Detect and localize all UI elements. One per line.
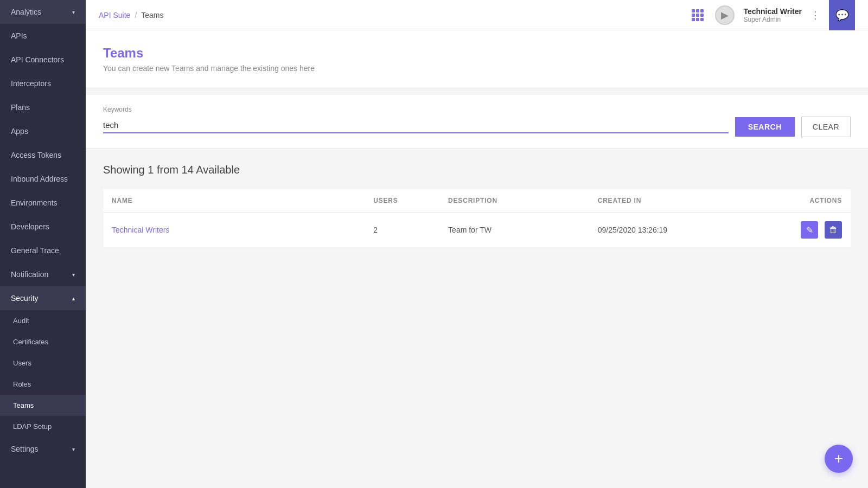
page-subtitle: You can create new Teams and manage the … — [103, 64, 851, 73]
edit-button[interactable]: ✎ — [801, 221, 818, 239]
sidebar-item-label: APIs — [11, 31, 27, 40]
team-users-cell: 2 — [365, 213, 439, 248]
sidebar-item-apps[interactable]: Apps — [0, 119, 86, 143]
sidebar-item-inbound-address[interactable]: Inbound Address — [0, 167, 86, 191]
col-name: NAME — [103, 189, 365, 213]
add-fab-button[interactable]: + — [825, 445, 853, 473]
subitem-label: Certificates — [13, 338, 48, 346]
sidebar-item-label: Settings — [11, 445, 39, 453]
table-row: Technical Writers 2 Team for TW 09/25/20… — [103, 213, 851, 248]
grid-apps-icon[interactable] — [689, 7, 706, 24]
sidebar-item-label: Notification — [11, 270, 48, 279]
team-description-cell: Team for TW — [439, 213, 589, 248]
sidebar-item-label: Plans — [11, 103, 30, 112]
col-created-in: CREATED IN — [589, 189, 776, 213]
page-header: Teams You can create new Teams and manag… — [86, 30, 868, 88]
search-label: Keywords — [103, 106, 851, 113]
team-actions-cell: ✎ 🗑 — [776, 213, 851, 248]
chevron-down-icon: ▾ — [72, 446, 75, 452]
search-section: Keywords SEARCH CLEAR — [86, 95, 868, 149]
sidebar-item-apis[interactable]: APIs — [0, 24, 86, 48]
teams-table: NAME USERS DESCRIPTION CREATED IN ACTION… — [103, 189, 851, 248]
topbar: API Suite / Teams ▶ Techni — [86, 0, 868, 30]
page-title: Teams — [103, 46, 851, 61]
sidebar-item-label: Environments — [11, 198, 58, 207]
team-created-cell: 09/25/2020 13:26:19 — [589, 213, 776, 248]
sidebar-item-label: Developers — [11, 222, 49, 231]
grid-dots — [692, 9, 704, 21]
sidebar-item-general-trace[interactable]: General Trace — [0, 239, 86, 262]
sidebar-subitem-roles[interactable]: Roles — [0, 374, 86, 395]
search-input-wrapper — [103, 120, 729, 133]
search-button[interactable]: SEARCH — [735, 117, 795, 137]
sidebar-item-interceptors[interactable]: Interceptors — [0, 72, 86, 95]
team-name-cell: Technical Writers — [103, 213, 365, 248]
chevron-down-icon: ▾ — [72, 272, 75, 278]
subitem-label: LDAP Setup — [13, 422, 52, 431]
team-name-link[interactable]: Technical Writers — [112, 226, 169, 234]
sidebar: Analytics ▾ APIs API Connectors Intercep… — [0, 0, 86, 488]
sidebar-item-settings[interactable]: Settings ▾ — [0, 437, 86, 461]
avatar[interactable]: ▶ — [715, 5, 735, 25]
sidebar-item-plans[interactable]: Plans — [0, 95, 86, 119]
teams-table-wrapper: NAME USERS DESCRIPTION CREATED IN ACTION… — [103, 189, 851, 248]
col-actions: ACTIONS — [776, 189, 851, 213]
sidebar-subitem-certificates[interactable]: Certificates — [0, 331, 86, 352]
col-users: USERS — [365, 189, 439, 213]
sidebar-item-label: Apps — [11, 127, 28, 136]
sidebar-item-api-connectors[interactable]: API Connectors — [0, 48, 86, 72]
table-body: Technical Writers 2 Team for TW 09/25/20… — [103, 213, 851, 248]
actions-cell: ✎ 🗑 — [784, 221, 842, 239]
page-content: Teams You can create new Teams and manag… — [86, 30, 868, 488]
sidebar-item-access-tokens[interactable]: Access Tokens — [0, 143, 86, 167]
breadcrumb-current: Teams — [141, 11, 163, 20]
breadcrumb-parent[interactable]: API Suite — [99, 11, 130, 20]
sidebar-item-notification[interactable]: Notification ▾ — [0, 262, 86, 286]
main-content: API Suite / Teams ▶ Techni — [86, 0, 868, 488]
sidebar-item-label: API Connectors — [11, 55, 64, 64]
sidebar-item-label: Inbound Address — [11, 175, 68, 183]
sidebar-item-label: Analytics — [11, 8, 41, 16]
sidebar-subitem-audit[interactable]: Audit — [0, 310, 86, 331]
delete-button[interactable]: 🗑 — [825, 221, 842, 239]
sidebar-subitem-teams[interactable]: Teams — [0, 395, 86, 416]
sidebar-subitem-users[interactable]: Users — [0, 352, 86, 374]
results-section: Showing 1 from 14 Available NAME USERS D… — [86, 149, 868, 263]
user-role: Super Admin — [743, 16, 802, 23]
sidebar-item-label: General Trace — [11, 246, 59, 255]
search-input[interactable] — [103, 120, 206, 130]
sidebar-item-label: Access Tokens — [11, 151, 61, 159]
sidebar-subitem-ldap-setup[interactable]: LDAP Setup — [0, 416, 86, 437]
sidebar-item-label: Interceptors — [11, 79, 51, 88]
chat-button[interactable]: 💬 — [829, 0, 855, 30]
results-count: Showing 1 from 14 Available — [103, 164, 851, 176]
sidebar-item-analytics[interactable]: Analytics ▾ — [0, 0, 86, 24]
breadcrumb-separator: / — [135, 11, 137, 20]
sidebar-item-developers[interactable]: Developers — [0, 215, 86, 239]
subitem-label: Roles — [13, 380, 31, 388]
chevron-up-icon: ▴ — [72, 296, 75, 301]
topbar-right: ▶ Technical Writer Super Admin ⋮ 💬 — [689, 0, 855, 30]
sidebar-item-label: Security — [11, 294, 39, 303]
sidebar-item-environments[interactable]: Environments — [0, 191, 86, 215]
sidebar-item-security[interactable]: Security ▴ — [0, 286, 86, 310]
user-info: Technical Writer Super Admin — [743, 7, 802, 23]
more-options-icon[interactable]: ⋮ — [810, 9, 820, 21]
table-header: NAME USERS DESCRIPTION CREATED IN ACTION… — [103, 189, 851, 213]
user-name: Technical Writer — [743, 7, 802, 16]
clear-button[interactable]: CLEAR — [801, 117, 851, 137]
subitem-label: Users — [13, 359, 31, 367]
chat-icon: 💬 — [835, 9, 849, 22]
search-row: SEARCH CLEAR — [103, 117, 851, 137]
breadcrumb: API Suite / Teams — [99, 11, 164, 20]
subitem-label: Audit — [13, 317, 29, 325]
chevron-down-icon: ▾ — [72, 9, 75, 15]
subitem-label: Teams — [13, 401, 34, 409]
col-description: DESCRIPTION — [439, 189, 589, 213]
